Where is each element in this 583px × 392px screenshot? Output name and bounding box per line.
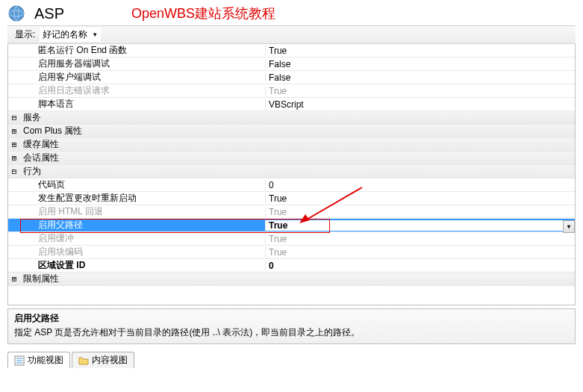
arrow-annotation	[298, 184, 365, 226]
property-key: 代码页	[20, 178, 265, 191]
tab-content-label: 内容视图	[92, 354, 128, 367]
property-key: 启用日志错误请求	[20, 84, 265, 97]
expand-collapse-icon[interactable]: ⊞	[8, 140, 20, 149]
group-row[interactable]: ⊟服务	[8, 111, 575, 125]
property-key: 启用父路径	[20, 219, 265, 231]
group-row[interactable]: ⊞缓存属性	[8, 138, 575, 152]
group-row[interactable]: ⊞会话属性	[8, 152, 575, 165]
property-row[interactable]: 启用 HTML 回退True	[8, 205, 575, 219]
property-key: 行为	[20, 165, 265, 178]
svg-point-0	[9, 6, 24, 21]
chevron-down-icon: ▼	[92, 31, 98, 38]
property-row[interactable]: 匿名运行 On End 函数True	[8, 44, 575, 57]
header: ASP OpenWBS建站系统教程	[0, 0, 583, 25]
property-key: 启用 HTML 回退	[20, 205, 265, 218]
asp-globe-icon	[7, 4, 25, 22]
property-key: 限制属性	[20, 273, 265, 285]
property-key: 缓存属性	[20, 138, 265, 151]
expand-collapse-icon[interactable]: ⊟	[8, 113, 20, 122]
property-value[interactable]: True	[265, 234, 575, 244]
folder-icon	[78, 355, 89, 366]
property-row[interactable]: 启用父路径True▾	[8, 219, 575, 232]
display-dropdown[interactable]: 好记的名称 ▼	[40, 28, 101, 42]
property-key: 脚本语言	[20, 98, 265, 111]
display-label: 显示:	[15, 28, 35, 41]
dropdown-value: 好记的名称	[43, 28, 87, 41]
group-row[interactable]: ⊟行为	[8, 165, 575, 178]
property-key: 区域设置 ID	[20, 259, 265, 272]
property-value[interactable]: 0	[265, 261, 575, 271]
property-value[interactable]: False	[265, 72, 575, 83]
expand-collapse-icon[interactable]: ⊟	[8, 167, 20, 176]
property-key: 发生配置更改时重新启动	[20, 192, 265, 205]
description-panel: 启用父路径 指定 ASP 页是否允许相对于当前目录的路径(使用 ..\ 表示法)…	[7, 308, 576, 344]
page-title: ASP	[34, 5, 64, 22]
property-value[interactable]: True	[265, 46, 575, 56]
property-row[interactable]: 区域设置 ID0	[8, 259, 575, 273]
property-row[interactable]: 代码页0	[8, 178, 575, 192]
property-key: 启用客户端调试	[20, 71, 265, 84]
property-row[interactable]: 启用服务器端调试False	[8, 57, 575, 71]
tab-features-label: 功能视图	[28, 354, 63, 367]
svg-line-2	[305, 187, 362, 220]
property-key: 启用服务器端调试	[20, 57, 265, 70]
property-key: 启用缓冲	[20, 232, 265, 245]
property-value[interactable]: False	[265, 59, 575, 69]
property-key: Com Plus 属性	[20, 125, 265, 137]
expand-collapse-icon[interactable]: ⊞	[8, 275, 20, 284]
property-row[interactable]: 发生配置更改时重新启动True	[8, 192, 575, 205]
property-row[interactable]: 启用缓冲True	[8, 232, 575, 246]
overlay-watermark: OpenWBS建站系统教程	[131, 4, 275, 22]
property-grid: 匿名运行 On End 函数True启用服务器端调试False启用客户端调试Fa…	[7, 44, 576, 305]
tab-features[interactable]: 功能视图	[7, 352, 70, 368]
svg-marker-3	[299, 214, 310, 223]
group-row[interactable]: ⊞Com Plus 属性	[8, 125, 575, 138]
property-key: 服务	[20, 111, 265, 124]
group-row[interactable]: ⊞限制属性	[8, 273, 575, 286]
view-tabs: 功能视图 内容视图	[7, 352, 576, 368]
property-key: 匿名运行 On End 函数	[20, 44, 265, 57]
value-dropdown-button[interactable]: ▾	[563, 220, 575, 233]
property-value[interactable]: True	[265, 86, 575, 96]
desc-text: 指定 ASP 页是否允许相对于当前目录的路径(使用 ..\ 表示法)，即当前目录…	[14, 326, 569, 339]
property-key: 启用块编码	[20, 246, 265, 258]
toolbar: 显示: 好记的名称 ▼	[7, 25, 576, 44]
property-row[interactable]: 脚本语言VBScript	[8, 98, 575, 111]
property-row[interactable]: 启用块编码True	[8, 246, 575, 259]
expand-collapse-icon[interactable]: ⊞	[8, 154, 20, 163]
property-value[interactable]: VBScript	[265, 99, 575, 110]
property-key: 会话属性	[20, 152, 265, 164]
desc-title: 启用父路径	[14, 312, 569, 325]
property-value[interactable]: True	[265, 247, 575, 258]
expand-collapse-icon[interactable]: ⊞	[8, 127, 20, 136]
property-row[interactable]: 启用客户端调试False	[8, 71, 575, 84]
property-row[interactable]: 启用日志错误请求True	[8, 84, 575, 98]
tab-content[interactable]: 内容视图	[72, 352, 134, 368]
list-icon	[14, 355, 25, 366]
